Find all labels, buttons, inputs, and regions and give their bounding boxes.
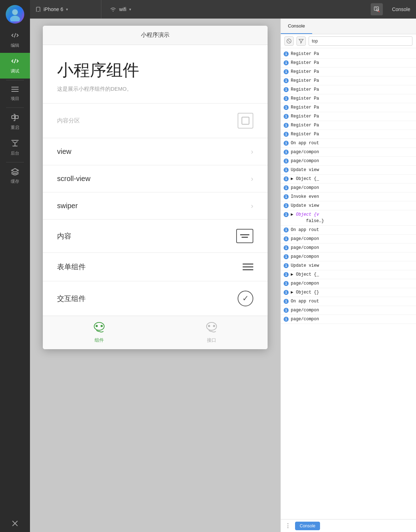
log-icon: i — [284, 245, 289, 250]
inspect-button[interactable] — [371, 3, 383, 15]
console-tab-active[interactable]: Console — [295, 522, 320, 530]
log-entry[interactable]: ipage/compon — [281, 252, 416, 261]
tab-console[interactable]: Console — [281, 19, 312, 34]
log-entry[interactable]: i▶ Object {_ — [281, 175, 416, 184]
log-icon: i — [284, 227, 289, 232]
log-text: On app rout — [291, 140, 413, 146]
sidebar-item-restart[interactable]: 重启 — [0, 109, 30, 135]
nav-label: 接口 — [207, 337, 216, 343]
log-entry[interactable]: iRegister Pa — [281, 112, 416, 121]
svg-rect-2 — [9, 7, 22, 21]
log-entry[interactable]: ipage/compon — [281, 148, 416, 157]
sidebar-item-label: 编辑 — [11, 42, 19, 49]
sidebar-item-editor[interactable]: 编辑 — [0, 27, 30, 53]
sidebar-item-cache[interactable]: 缓存 — [0, 164, 30, 189]
section-label: 交互组件 — [57, 294, 86, 303]
content-row: 小程序演示 小程序组件 这是展示小程序组件的DEMO。 内容分区 — [30, 19, 416, 532]
phone-area: 小程序演示 小程序组件 这是展示小程序组件的DEMO。 内容分区 — [30, 19, 280, 532]
log-entry[interactable]: i▶ Object {v false…} — [281, 210, 416, 226]
log-text: ▶ Object {v false…} — [291, 211, 413, 224]
filter-input[interactable] — [309, 36, 412, 46]
log-text: page/compon — [291, 158, 413, 164]
log-entry[interactable]: iOn app rout — [281, 297, 416, 306]
log-entry[interactable]: ipage/compon — [281, 306, 416, 315]
log-entry[interactable]: iInvoke even — [281, 192, 416, 201]
log-entry[interactable]: iRegister Pa — [281, 50, 416, 59]
log-text: Register Pa — [291, 131, 413, 137]
log-icon: i — [284, 194, 289, 199]
expand-arrow-icon[interactable]: ▶ Object {_ — [291, 176, 321, 181]
menu-item-view[interactable]: view › — [43, 138, 268, 165]
log-entry[interactable]: iRegister Pa — [281, 76, 416, 85]
log-entry[interactable]: iRegister Pa — [281, 121, 416, 130]
svg-rect-23 — [242, 117, 249, 124]
log-text: On app rout — [291, 298, 413, 305]
log-entry[interactable]: ipage/compon — [281, 244, 416, 252]
log-icon: i — [284, 51, 289, 56]
more-options-button[interactable]: ⋮ — [284, 522, 292, 530]
log-icon: i — [284, 185, 289, 190]
wifi-label: wifi — [119, 6, 126, 12]
log-entry[interactable]: iRegister Pa — [281, 94, 416, 103]
content-line-short — [242, 237, 248, 238]
log-entry[interactable]: ipage/compon — [281, 279, 416, 288]
sidebar-divider — [6, 107, 24, 108]
log-icon: i — [284, 236, 289, 241]
log-entry[interactable]: iUpdate view — [281, 201, 416, 210]
log-text: Update view — [291, 262, 413, 269]
log-entry[interactable]: ipage/compon — [281, 184, 416, 192]
log-entry[interactable]: iOn app rout — [281, 226, 416, 235]
log-text: Register Pa — [291, 60, 413, 66]
log-entry[interactable]: iRegister Pa — [281, 67, 416, 76]
log-entry[interactable]: i▶ Object {_ — [281, 270, 416, 279]
menu-item-label: scroll-view — [57, 175, 90, 183]
log-text: ▶ Object {_ — [291, 271, 413, 278]
wifi-icon — [110, 7, 116, 12]
log-entry[interactable]: iUpdate view — [281, 261, 416, 270]
layers-icon — [11, 168, 19, 176]
log-text: page/compon — [291, 185, 413, 191]
sidebar-item-project[interactable]: 项目 — [0, 82, 30, 106]
log-entry[interactable]: iRegister Pa — [281, 59, 416, 67]
svg-point-28 — [213, 325, 215, 327]
log-entry[interactable]: iRegister Pa — [281, 103, 416, 112]
log-text: page/compon — [291, 307, 413, 313]
log-entry[interactable]: i▶ Object {} — [281, 288, 416, 297]
expand-arrow-icon[interactable]: ▶ Object {} — [291, 290, 321, 295]
log-icon: i — [284, 299, 289, 304]
device-selector[interactable]: iPhone 6 ▾ — [30, 0, 101, 19]
expand-arrow-icon[interactable]: ▶ — [291, 212, 296, 217]
log-entry[interactable]: iUpdate view — [281, 166, 416, 175]
log-entry[interactable]: ipage/compon — [281, 315, 416, 324]
menu-item-swiper[interactable]: swiper › — [43, 192, 268, 219]
svg-line-31 — [288, 40, 290, 42]
sidebar: 编辑 调试 项目 — [0, 0, 30, 532]
log-icon: i — [284, 272, 289, 277]
log-icon: i — [284, 290, 289, 295]
log-entry[interactable]: iRegister Pa — [281, 130, 416, 139]
sidebar-item-label: 重启 — [11, 125, 19, 131]
svg-line-3 — [14, 33, 16, 37]
content-line — [240, 234, 249, 235]
nav-tab-components[interactable]: 组件 — [43, 316, 155, 349]
log-entry[interactable]: ipage/compon — [281, 235, 416, 244]
menu-item-scroll-view[interactable]: scroll-view › — [43, 165, 268, 192]
wifi-selector[interactable]: wifi ▾ — [101, 0, 371, 19]
log-icon: i — [284, 78, 289, 83]
console-panel: Console iRegister — [280, 19, 416, 532]
sidebar-item-backend[interactable]: 后台 — [0, 135, 30, 161]
app-title: 小程序组件 — [57, 59, 253, 81]
sidebar-item-close[interactable] — [0, 516, 30, 532]
log-entry[interactable]: ipage/compon — [281, 157, 416, 166]
log-icon: i — [284, 87, 289, 92]
avatar — [6, 5, 24, 24]
log-entry[interactable]: iOn app rout — [281, 139, 416, 148]
expand-arrow-icon[interactable]: ▶ Object {_ — [291, 272, 321, 277]
log-entry[interactable]: iRegister Pa — [281, 85, 416, 94]
clear-button[interactable] — [284, 36, 294, 46]
filter-button[interactable] — [296, 36, 306, 46]
log-icon: i — [284, 176, 289, 181]
log-icon: i — [284, 254, 289, 259]
sidebar-item-debug[interactable]: 调试 — [0, 53, 30, 79]
nav-tab-interface[interactable]: 接口 — [155, 316, 268, 349]
